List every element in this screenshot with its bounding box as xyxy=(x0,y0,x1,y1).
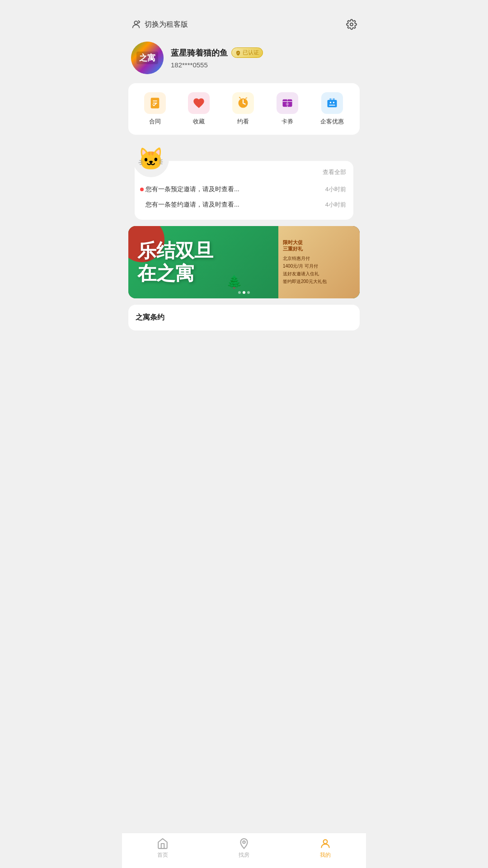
notification-text-1: 您有一条签约邀请，请及时查看... xyxy=(145,201,239,209)
notification-item-1[interactable]: 您有一条签约邀请，请及时查看... 4小时前 xyxy=(145,197,346,212)
avatar[interactable]: 之寓 xyxy=(131,42,164,74)
banner-main-text: 乐结双旦在之寓 xyxy=(137,240,269,285)
avatar-text: 之寓 xyxy=(136,52,158,64)
enterprise-icon-wrap xyxy=(321,92,343,114)
banner-promo-details: 北京特惠月付 1400元/月 可月付 送好友邀请入住礼 签约即送200元大礼包 xyxy=(283,255,355,285)
vouchers-icon xyxy=(281,97,294,109)
notification-mascot: 🐱 xyxy=(133,141,169,177)
view-all-notifications[interactable]: 查看全部 xyxy=(323,168,346,176)
shield-icon xyxy=(235,50,241,56)
action-contract-label: 合同 xyxy=(149,118,161,126)
banner-promo-header: 限时大促三重好礼 xyxy=(283,239,355,252)
terms-card[interactable]: 之寓条约 xyxy=(128,305,360,330)
notification-item-0[interactable]: 您有一条预定邀请，请及时查看... 4小时前 xyxy=(145,182,346,197)
svg-point-1 xyxy=(350,23,353,26)
notification-time-1: 4小时前 xyxy=(325,201,346,209)
settings-icon[interactable] xyxy=(346,19,357,30)
favorites-icon xyxy=(192,97,205,109)
verified-text: 已认证 xyxy=(243,49,259,57)
banner-promo: 限时大促三重好礼 北京特惠月付 1400元/月 可月付 送好友邀请入住礼 签约即… xyxy=(278,226,360,298)
svg-point-14 xyxy=(333,102,335,104)
action-favorites-label: 收藏 xyxy=(193,118,205,126)
action-favorites[interactable]: 收藏 xyxy=(188,92,210,126)
profile-info: 蓝星骑着猫的鱼 已认证 182****0555 xyxy=(171,47,357,69)
notification-text-0: 您有一条预定邀请，请及时查看... xyxy=(145,185,239,193)
svg-point-0 xyxy=(134,21,137,24)
notification-card: 查看全部 您有一条预定邀请，请及时查看... 4小时前 您有一条签约邀请，请及时… xyxy=(135,161,353,220)
switch-icon xyxy=(131,19,141,29)
action-contract[interactable]: 合同 xyxy=(144,92,166,126)
switch-label: 切换为租客版 xyxy=(145,20,188,29)
quick-actions-row: 合同 收藏 约看 xyxy=(133,92,355,126)
mascot-emoji: 🐱 xyxy=(137,148,164,170)
notification-time-0: 4小时前 xyxy=(325,185,346,193)
svg-rect-11 xyxy=(329,99,332,100)
appointment-icon xyxy=(237,97,249,109)
banner-card[interactable]: 乐结双旦在之寓 🌲 限时大促三重好礼 北京特惠月付 1400元/月 可月付 送好… xyxy=(128,226,360,298)
contract-icon xyxy=(149,97,161,109)
action-appointment[interactable]: 约看 xyxy=(232,92,254,126)
banner-main-content: 乐结双旦在之寓 🌲 xyxy=(128,231,278,294)
favorites-icon-wrap xyxy=(188,92,210,114)
profile-name: 蓝星骑着猫的鱼 xyxy=(171,47,228,58)
action-enterprise[interactable]: 企客优惠 xyxy=(320,92,344,126)
action-appointment-label: 约看 xyxy=(237,118,249,126)
notification-unread-dot xyxy=(140,188,144,191)
terms-title: 之寓条约 xyxy=(136,313,352,322)
action-vouchers[interactable]: 卡券 xyxy=(277,92,298,126)
action-enterprise-label: 企客优惠 xyxy=(320,118,344,126)
banner-tree: 🌲 xyxy=(226,274,242,289)
profile-phone: 182****0555 xyxy=(171,61,357,69)
enterprise-icon xyxy=(326,97,338,109)
appointment-icon-wrap xyxy=(232,92,254,114)
switch-tenant-button[interactable]: 切换为租客版 xyxy=(131,19,188,29)
verified-badge: 已认证 xyxy=(231,47,263,58)
svg-point-13 xyxy=(330,102,332,104)
svg-rect-10 xyxy=(328,100,337,107)
profile-section: 之寓 蓝星骑着猫的鱼 已认证 182****0555 xyxy=(122,37,366,83)
vouchers-icon-wrap xyxy=(277,92,298,114)
quick-actions-card: 合同 收藏 约看 xyxy=(128,83,360,135)
action-vouchers-label: 卡券 xyxy=(282,118,293,126)
svg-rect-12 xyxy=(333,99,335,100)
contract-icon-wrap xyxy=(144,92,166,114)
